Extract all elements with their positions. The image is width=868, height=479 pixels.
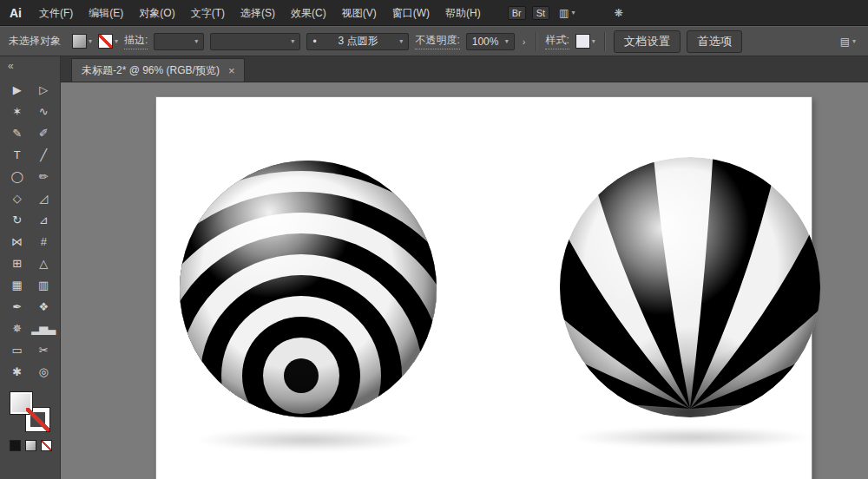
chevron-down-icon: ▾ [505, 37, 509, 45]
chevron-down-icon[interactable]: ▾ [89, 37, 92, 45]
column-graph-tool[interactable]: ▂▅▃ [30, 318, 57, 339]
menu-object[interactable]: 对象(O) [131, 0, 182, 26]
stroke-none-icon [26, 408, 49, 431]
direct-selection-tool[interactable]: ▷ [30, 79, 57, 101]
eyedropper-tool[interactable]: ✒ [3, 296, 30, 318]
menu-type[interactable]: 文字(T) [183, 0, 233, 26]
slice-tool[interactable]: ✂ [30, 339, 57, 361]
shaper-tool[interactable]: ◇ [3, 187, 30, 209]
none-button[interactable] [41, 440, 52, 451]
stroke-color-swatch[interactable] [98, 34, 113, 49]
fill-color-control[interactable]: ▾ [72, 34, 92, 49]
bridge-button[interactable]: Br [508, 6, 526, 20]
collapse-panel-button[interactable]: « [0, 56, 60, 77]
striped-sphere-horizontal[interactable] [165, 146, 451, 432]
menu-edit[interactable]: 编辑(E) [81, 0, 131, 26]
brush-name: 3 点圆形 [338, 34, 378, 49]
menu-list: 文件(F) 编辑(E) 对象(O) 文字(T) 选择(S) 效果(C) 视图(V… [31, 0, 489, 26]
artboard-tool[interactable]: ▭ [3, 339, 30, 361]
menu-select[interactable]: 选择(S) [233, 0, 283, 26]
chevron-down-icon: ▾ [399, 37, 403, 45]
zoom-tool[interactable]: ◎ [30, 361, 57, 383]
menubar: Ai 文件(F) 编辑(E) 对象(O) 文字(T) 选择(S) 效果(C) 视… [0, 0, 868, 26]
none-slash-icon [42, 441, 51, 450]
gradient-tool[interactable]: ▥ [30, 274, 57, 296]
striped-sphere-vertical[interactable] [547, 144, 833, 430]
pen-tool[interactable]: ✎ [3, 122, 30, 144]
variable-width-profile-dropdown[interactable]: ▾ [210, 33, 300, 50]
document-tab-title: 未标题-2* @ 96% (RGB/预览) [82, 63, 220, 78]
fill-color-swatch[interactable] [72, 34, 87, 49]
arrange-documents-icon: ▥ [559, 7, 569, 19]
canvas-area[interactable] [61, 82, 868, 479]
opacity-panel-arrow[interactable]: › [521, 36, 528, 47]
app-logo[interactable]: Ai [0, 6, 31, 20]
width-tool[interactable]: ⋈ [3, 231, 30, 253]
chevron-down-icon: ▾ [291, 37, 294, 45]
arrange-documents-button[interactable]: ▥ ▾ [556, 5, 578, 21]
brush-preview-icon: • [312, 36, 316, 48]
eraser-tool[interactable]: ◿ [30, 187, 57, 209]
brush-definition-dropdown[interactable]: • 3 点圆形 ▾ [306, 33, 409, 50]
blend-tool[interactable]: ❖ [30, 296, 57, 318]
selection-tool[interactable]: ▶ [3, 79, 30, 101]
rotate-tool[interactable]: ↻ [3, 209, 30, 231]
panel-menu-icon: ▤ [840, 36, 850, 48]
type-tool[interactable]: T [3, 144, 30, 166]
tools-panel: « ▶ ▷ ✶ ∿ ✎ ✐ T ╱ ◯ ✏ ◇ ◿ ↻ ⊿ [0, 56, 61, 479]
stock-button[interactable]: St [532, 6, 549, 20]
menu-view[interactable]: 视图(V) [334, 0, 385, 26]
control-bar: 未选择对象 ▾ ▾ 描边: ▾ ▾ • 3 点圆形 ▾ 不透明度: 100% ▾… [0, 26, 868, 56]
lasso-tool[interactable]: ∿ [30, 101, 57, 122]
control-panel-menu-button[interactable]: ▤ ▾ [837, 34, 859, 49]
stroke-weight-dropdown[interactable]: ▾ [154, 33, 204, 50]
color-mode-buttons [10, 440, 60, 451]
stroke-color-control[interactable]: ▾ [98, 34, 118, 49]
shape-builder-tool[interactable]: ⊞ [3, 253, 30, 274]
fill-stroke-indicator [10, 391, 49, 431]
menu-window[interactable]: 窗口(W) [385, 0, 437, 26]
divider [604, 32, 605, 51]
style-label-link[interactable]: 样式: [545, 33, 569, 49]
menu-help[interactable]: 帮助(H) [437, 0, 489, 26]
mesh-tool[interactable]: ▦ [3, 274, 30, 296]
document-setup-button[interactable]: 文档设置 [614, 30, 681, 53]
document-tab-bar: 未标题-2* @ 96% (RGB/预览) × [61, 56, 868, 82]
opacity-value: 100% [472, 36, 499, 48]
divider [536, 32, 536, 51]
curvature-tool[interactable]: ✐ [30, 122, 57, 144]
opacity-input[interactable]: 100% ▾ [466, 33, 515, 50]
opacity-label-link[interactable]: 不透明度: [415, 33, 459, 49]
magic-wand-tool[interactable]: ✶ [3, 101, 30, 122]
document-tab[interactable]: 未标题-2* @ 96% (RGB/预览) × [71, 58, 245, 82]
none-slash-icon [99, 35, 112, 48]
tool-grid: ▶ ▷ ✶ ∿ ✎ ✐ T ╱ ◯ ✏ ◇ ◿ ↻ ⊿ ⋈ # [0, 77, 60, 383]
free-transform-tool[interactable]: # [30, 231, 57, 253]
close-icon[interactable]: × [228, 65, 235, 76]
perspective-grid-tool[interactable]: △ [30, 253, 57, 274]
chevron-down-icon: ▾ [571, 9, 575, 16]
symbol-sprayer-tool[interactable]: ✵ [3, 318, 30, 339]
menu-file[interactable]: 文件(F) [31, 0, 81, 26]
hand-tool[interactable]: ✱ [3, 361, 30, 383]
style-swatch[interactable] [575, 34, 590, 49]
chevron-down-icon[interactable]: ▾ [115, 37, 118, 45]
chevron-down-icon: ▾ [852, 37, 856, 45]
workspace-button[interactable]: ❋ [610, 5, 626, 21]
chevron-down-icon: ▾ [194, 37, 198, 45]
color-button[interactable] [10, 440, 21, 451]
ellipse-tool[interactable]: ◯ [3, 166, 30, 187]
scale-tool[interactable]: ⊿ [30, 209, 57, 231]
menubar-right-cluster: Br St ▥ ▾ ❋ [508, 5, 627, 21]
line-segment-tool[interactable]: ╱ [30, 144, 57, 166]
selection-status: 未选择对象 [9, 34, 61, 49]
paintbrush-tool[interactable]: ✏ [30, 166, 57, 187]
style-control[interactable]: ▾ [575, 34, 595, 49]
stroke-label-link[interactable]: 描边: [124, 33, 148, 49]
gradient-button[interactable] [25, 440, 36, 451]
preferences-button[interactable]: 首选项 [687, 30, 742, 53]
workspace-icon: ❋ [614, 7, 622, 19]
chevron-down-icon[interactable]: ▾ [592, 37, 595, 45]
menu-effect[interactable]: 效果(C) [283, 0, 334, 26]
